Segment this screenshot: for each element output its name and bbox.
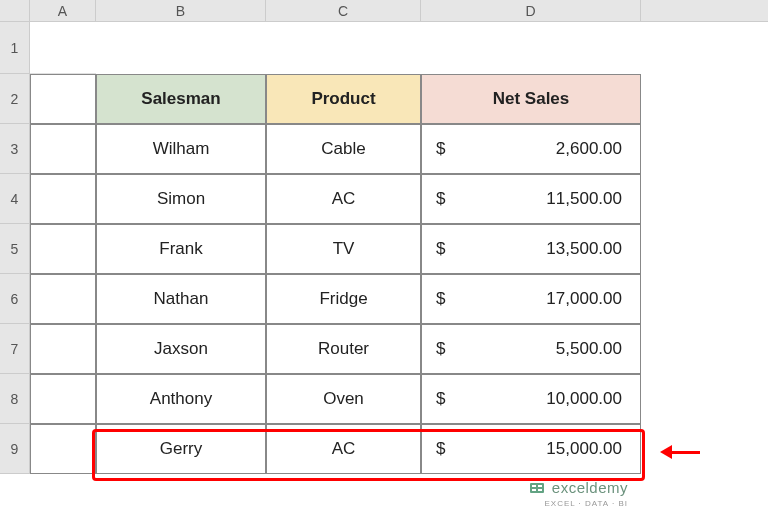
cell-netsales[interactable]: $ 2,600.00 — [421, 124, 641, 174]
cell-D1[interactable] — [421, 22, 641, 74]
arrow-line — [672, 451, 700, 454]
col-header-D[interactable]: D — [421, 0, 641, 21]
amount-value: 17,000.00 — [546, 289, 622, 309]
cell-blank[interactable] — [30, 374, 96, 424]
cell-blank[interactable] — [30, 174, 96, 224]
table-row: 8 Anthony Oven $ 10,000.00 — [0, 374, 768, 424]
cell-blank[interactable] — [30, 324, 96, 374]
watermark-tagline: EXCEL · DATA · BI — [544, 499, 628, 508]
select-all-corner[interactable] — [0, 0, 30, 21]
cell-salesman[interactable]: Simon — [96, 174, 266, 224]
table-row: 3 Wilham Cable $ 2,600.00 — [0, 124, 768, 174]
currency-symbol: $ — [436, 389, 445, 409]
cell-A1[interactable] — [30, 22, 96, 74]
currency-symbol: $ — [436, 189, 445, 209]
svg-rect-4 — [538, 489, 542, 491]
watermark-brand: exceldemy — [552, 479, 628, 496]
cell-salesman[interactable]: Nathan — [96, 274, 266, 324]
table-row: 4 Simon AC $ 11,500.00 — [0, 174, 768, 224]
table-row: 5 Frank TV $ 13,500.00 — [0, 224, 768, 274]
cell-B1[interactable] — [96, 22, 266, 74]
amount-value: 2,600.00 — [556, 139, 622, 159]
row-header[interactable]: 4 — [0, 174, 30, 224]
row-header[interactable]: 2 — [0, 74, 30, 124]
currency-symbol: $ — [436, 339, 445, 359]
cell-netsales[interactable]: $ 17,000.00 — [421, 274, 641, 324]
col-header-C[interactable]: C — [266, 0, 421, 21]
col-header-B[interactable]: B — [96, 0, 266, 21]
cell-blank[interactable] — [30, 224, 96, 274]
cell-salesman[interactable]: Frank — [96, 224, 266, 274]
cell-salesman[interactable]: Gerry — [96, 424, 266, 474]
svg-rect-2 — [538, 485, 542, 487]
amount-value: 13,500.00 — [546, 239, 622, 259]
row-header[interactable]: 7 — [0, 324, 30, 374]
watermark-icon — [528, 478, 546, 496]
cell-netsales[interactable]: $ 13,500.00 — [421, 224, 641, 274]
amount-value: 10,000.00 — [546, 389, 622, 409]
svg-rect-3 — [532, 489, 536, 491]
currency-symbol: $ — [436, 289, 445, 309]
row-header[interactable]: 8 — [0, 374, 30, 424]
amount-value: 15,000.00 — [546, 439, 622, 459]
cell-netsales[interactable]: $ 5,500.00 — [421, 324, 641, 374]
cell-netsales[interactable]: $ 11,500.00 — [421, 174, 641, 224]
header-product[interactable]: Product — [266, 74, 421, 124]
table-row: 6 Nathan Fridge $ 17,000.00 — [0, 274, 768, 324]
table-header-row: 2 Salesman Product Net Sales — [0, 74, 768, 124]
cell-product[interactable]: AC — [266, 174, 421, 224]
spreadsheet-grid: A B C D 1 2 Salesman Product Net Sales 3… — [0, 0, 768, 516]
cell-A2[interactable] — [30, 74, 96, 124]
arrow-annotation — [660, 445, 700, 459]
header-salesman[interactable]: Salesman — [96, 74, 266, 124]
cell-product[interactable]: Router — [266, 324, 421, 374]
amount-value: 5,500.00 — [556, 339, 622, 359]
header-netsales[interactable]: Net Sales — [421, 74, 641, 124]
row-header[interactable]: 6 — [0, 274, 30, 324]
cell-netsales[interactable]: $ 15,000.00 — [421, 424, 641, 474]
watermark: exceldemy — [528, 478, 628, 496]
cell-product[interactable]: AC — [266, 424, 421, 474]
cell-netsales[interactable]: $ 10,000.00 — [421, 374, 641, 424]
currency-symbol: $ — [436, 139, 445, 159]
svg-rect-0 — [530, 483, 544, 493]
row-header[interactable]: 3 — [0, 124, 30, 174]
cell-C1[interactable] — [266, 22, 421, 74]
currency-symbol: $ — [436, 439, 445, 459]
arrow-head-icon — [660, 445, 672, 459]
column-headers: A B C D — [0, 0, 768, 22]
cell-salesman[interactable]: Wilham — [96, 124, 266, 174]
row-header[interactable]: 1 — [0, 22, 30, 74]
cell-product[interactable]: Cable — [266, 124, 421, 174]
cell-blank[interactable] — [30, 424, 96, 474]
cell-salesman[interactable]: Anthony — [96, 374, 266, 424]
cell-blank[interactable] — [30, 274, 96, 324]
row-header[interactable]: 5 — [0, 224, 30, 274]
table-row-highlighted: 9 Gerry AC $ 15,000.00 — [0, 424, 768, 474]
currency-symbol: $ — [436, 239, 445, 259]
cell-product[interactable]: Fridge — [266, 274, 421, 324]
table-row: 7 Jaxson Router $ 5,500.00 — [0, 324, 768, 374]
row-1: 1 — [0, 22, 768, 74]
cell-product[interactable]: Oven — [266, 374, 421, 424]
col-header-A[interactable]: A — [30, 0, 96, 21]
cell-salesman[interactable]: Jaxson — [96, 324, 266, 374]
svg-rect-1 — [532, 485, 536, 487]
amount-value: 11,500.00 — [546, 189, 622, 209]
row-header[interactable]: 9 — [0, 424, 30, 474]
cell-product[interactable]: TV — [266, 224, 421, 274]
cell-blank[interactable] — [30, 124, 96, 174]
